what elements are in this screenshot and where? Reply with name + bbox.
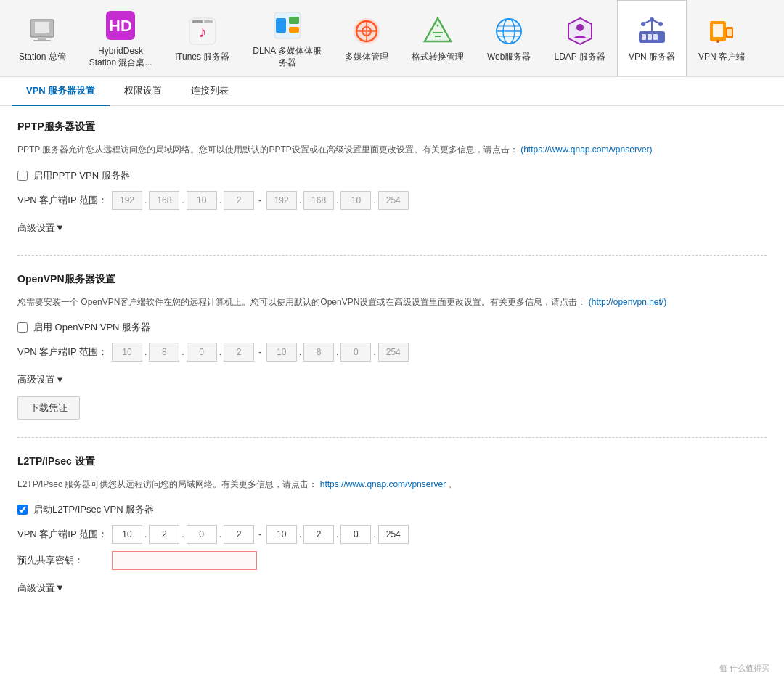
l2tp-psk-row: 预先共享密钥： bbox=[17, 551, 767, 570]
l2tp-ip-start-2[interactable] bbox=[149, 525, 179, 544]
pptp-title: PPTP服务器设置 bbox=[17, 121, 767, 134]
vpnserver-icon bbox=[634, 14, 669, 49]
hybriddesk-icon: HD bbox=[103, 8, 138, 43]
svg-rect-9 bbox=[204, 20, 213, 23]
openvpn-desc: 您需要安装一个 OpenVPN客户端软件在您的远程计算机上。您可以使用默认的Op… bbox=[17, 295, 767, 309]
tab-permissions[interactable]: 权限设置 bbox=[110, 77, 176, 106]
svg-text:HD: HD bbox=[109, 17, 132, 35]
nav-itunes[interactable]: ♪ iTunes 服务器 bbox=[163, 0, 241, 76]
nav-vpnserver[interactable]: VPN 服务器 bbox=[617, 0, 687, 76]
l2tp-psk-input[interactable] bbox=[112, 551, 257, 570]
openvpn-ip-end-4[interactable] bbox=[378, 343, 409, 362]
nav-web[interactable]: Web服务器 bbox=[475, 0, 542, 76]
station-icon bbox=[25, 14, 60, 49]
svg-rect-11 bbox=[276, 18, 286, 33]
nav-web-label: Web服务器 bbox=[487, 52, 531, 63]
openvpn-advanced-link[interactable]: 高级设置▼ bbox=[17, 373, 65, 386]
svg-rect-34 bbox=[653, 34, 658, 40]
l2tp-title: L2TP/IPsec 设置 bbox=[17, 455, 767, 468]
svg-rect-8 bbox=[192, 20, 203, 23]
dlna-icon bbox=[270, 8, 305, 43]
l2tp-ip-row: VPN 客户端IP 范围： . . . - . . . bbox=[17, 525, 767, 544]
web-icon bbox=[491, 14, 526, 49]
svg-rect-33 bbox=[648, 34, 652, 40]
svg-rect-42 bbox=[713, 24, 723, 37]
nav-format-label: 格式转换管理 bbox=[412, 52, 464, 63]
l2tp-ip-start-1[interactable] bbox=[112, 525, 142, 544]
openvpn-ip-start-2[interactable] bbox=[149, 343, 179, 362]
svg-rect-12 bbox=[289, 17, 299, 24]
l2tp-enable-label: 启动L2TP/IPsec VPN 服务器 bbox=[33, 503, 154, 516]
pptp-ip-end-4[interactable] bbox=[378, 191, 409, 210]
footer-watermark: 值 什么值得买 bbox=[719, 663, 769, 674]
svg-rect-3 bbox=[33, 40, 51, 41]
openvpn-ip-start-1[interactable] bbox=[112, 343, 142, 362]
pptp-ip-end-2[interactable] bbox=[303, 191, 334, 210]
pptp-link[interactable]: (https://www.qnap.com/vpnserver) bbox=[520, 144, 652, 155]
svg-point-38 bbox=[641, 22, 645, 26]
nav-media[interactable]: 多媒体管理 bbox=[333, 0, 400, 76]
svg-text:♪: ♪ bbox=[198, 23, 206, 41]
svg-point-30 bbox=[576, 24, 584, 31]
tab-connections[interactable]: 连接列表 bbox=[176, 77, 243, 106]
openvpn-link[interactable]: (http://openvpn.net/) bbox=[589, 297, 666, 307]
svg-rect-32 bbox=[642, 34, 646, 40]
nav-media-label: 多媒体管理 bbox=[345, 52, 388, 63]
ldap-icon bbox=[563, 14, 597, 49]
pptp-advanced-link[interactable]: 高级设置▼ bbox=[17, 221, 65, 235]
openvpn-ip-start-4[interactable] bbox=[224, 343, 254, 362]
openvpn-title: OpenVPN服务器设置 bbox=[17, 273, 767, 286]
tab-vpn-server-settings[interactable]: VPN 服务器设置 bbox=[12, 77, 110, 106]
nav-vpnclient-label: VPN 客户端 bbox=[698, 52, 745, 63]
svg-point-40 bbox=[650, 17, 654, 22]
pptp-enable-row: 启用PPTP VPN 服务器 bbox=[17, 169, 767, 182]
nav-itunes-label: iTunes 服务器 bbox=[175, 52, 229, 63]
l2tp-ip-end-1[interactable] bbox=[266, 525, 297, 544]
pptp-ip-end-3[interactable] bbox=[340, 191, 371, 210]
nav-ldap[interactable]: LDAP 服务器 bbox=[542, 0, 616, 76]
pptp-ip-start-2[interactable] bbox=[149, 191, 179, 210]
l2tp-ip-label: VPN 客户端IP 范围： bbox=[17, 528, 112, 541]
nav-hybriddesk[interactable]: HD HybridDeskStation 混合桌... bbox=[78, 0, 164, 76]
nav-vpnserver-label: VPN 服务器 bbox=[629, 52, 675, 63]
pptp-ip-start-1[interactable] bbox=[112, 191, 142, 210]
l2tp-ip-start-3[interactable] bbox=[187, 525, 217, 544]
l2tp-enable-row: 启动L2TP/IPsec VPN 服务器 bbox=[17, 503, 767, 516]
l2tp-link[interactable]: https://www.qnap.com/vpnserver bbox=[320, 479, 446, 489]
openvpn-section: OpenVPN服务器设置 您需要安装一个 OpenVPN客户端软件在您的远程计算… bbox=[17, 273, 767, 438]
nav-dlna[interactable]: DLNA 多媒体体服务器 bbox=[241, 0, 333, 76]
pptp-enable-label: 启用PPTP VPN 服务器 bbox=[33, 169, 130, 182]
l2tp-ip-end-2[interactable] bbox=[303, 525, 334, 544]
svg-rect-44 bbox=[727, 29, 732, 36]
pptp-ip-end-1[interactable] bbox=[266, 191, 297, 210]
l2tp-ip-end-3[interactable] bbox=[340, 525, 371, 544]
svg-rect-1 bbox=[35, 22, 49, 33]
download-cert-button[interactable]: 下载凭证 bbox=[17, 396, 80, 420]
l2tp-ip-end-4[interactable] bbox=[378, 525, 409, 544]
vpnclient-icon bbox=[704, 14, 739, 49]
nav-format[interactable]: 格式转换管理 bbox=[400, 0, 475, 76]
openvpn-ip-start-3[interactable] bbox=[187, 343, 217, 362]
nav-vpnclient[interactable]: VPN 客户端 bbox=[687, 0, 756, 76]
l2tp-ip-start-4[interactable] bbox=[224, 525, 254, 544]
openvpn-ip-end-3[interactable] bbox=[340, 343, 371, 362]
pptp-ip-row: VPN 客户端IP 范围： . . . - . . . bbox=[17, 191, 767, 210]
tabs-bar: VPN 服务器设置 权限设置 连接列表 bbox=[0, 77, 784, 106]
svg-point-45 bbox=[716, 40, 719, 43]
nav-dlna-label: DLNA 多媒体体服务器 bbox=[253, 46, 322, 68]
pptp-ip-start-3[interactable] bbox=[187, 191, 217, 210]
openvpn-ip-end-2[interactable] bbox=[303, 343, 334, 362]
openvpn-enable-row: 启用 OpenVPN VPN 服务器 bbox=[17, 321, 767, 334]
top-nav: Station 总管 HD HybridDeskStation 混合桌... ♪… bbox=[0, 0, 784, 77]
openvpn-enable-checkbox[interactable] bbox=[17, 322, 28, 333]
l2tp-enable-checkbox[interactable] bbox=[17, 505, 28, 515]
pptp-ip-range: . . . - . . . bbox=[112, 191, 409, 210]
l2tp-advanced-link[interactable]: 高级设置▼ bbox=[17, 582, 65, 595]
openvpn-ip-row: VPN 客户端IP 范围： . . . - . . . bbox=[17, 343, 767, 362]
l2tp-section: L2TP/IPsec 设置 L2TP/IPsec 服务器可供您从远程访问您的局域… bbox=[17, 455, 767, 615]
pptp-ip-start-4[interactable] bbox=[224, 191, 254, 210]
nav-station[interactable]: Station 总管 bbox=[7, 0, 78, 76]
pptp-enable-checkbox[interactable] bbox=[17, 171, 28, 181]
openvpn-ip-end-1[interactable] bbox=[266, 343, 297, 362]
svg-point-39 bbox=[658, 22, 663, 26]
